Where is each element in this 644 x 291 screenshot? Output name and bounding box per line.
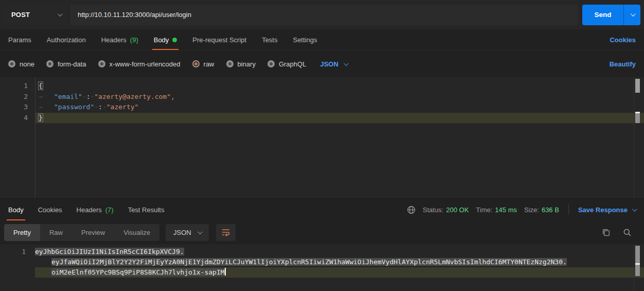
radio-none[interactable]: none [8,60,34,68]
globe-icon[interactable] [407,206,416,214]
response-tab-cookies-label: Cookies [38,206,62,214]
open-brace-token: { [39,82,43,90]
view-visualize-label: Visualize [123,229,150,236]
close-brace-token: } [39,114,43,122]
url-input[interactable] [69,5,578,25]
search-response-button[interactable] [623,228,632,237]
tab-params-label: Params [8,36,31,44]
send-button[interactable]: Send [582,5,623,25]
radio-binary[interactable]: binary [226,60,256,68]
divider [568,204,569,215]
code-line: →"password"·:·"azerty" [35,102,644,113]
size-value: 636 B [542,206,559,214]
url-box: POST [4,5,578,25]
view-preview-label: Preview [81,229,105,236]
code-line-current: } [35,113,644,124]
copy-icon [602,228,611,237]
whitespace-dot: · [82,93,86,100]
editor-line-numbers: 1 2 3 4 [0,81,28,123]
editor-scrollbar-thumb[interactable] [635,79,640,93]
time-label: Time: [476,206,492,214]
save-response-button[interactable]: Save Response [578,206,636,214]
response-tab-test-results[interactable]: Test Results [128,199,165,220]
radio-none-label: none [20,60,34,68]
cookies-link[interactable]: Cookies [610,36,636,44]
radio-raw-label: raw [204,60,214,68]
radio-binary-label: binary [238,60,256,68]
view-preview-button[interactable]: Preview [72,224,114,241]
tab-pre-request-script[interactable]: Pre-request Script [192,29,246,50]
wrap-lines-icon [221,228,230,236]
radio-raw[interactable]: raw [192,60,214,68]
chevron-down-icon [630,11,635,16]
response-body-viewer[interactable]: 1 eyJhbGciOiJIUzI1NiIsInR5cCI6IkpXVCJ9. … [0,244,644,291]
request-tabs: Params Authorization Headers (9) Body Pr… [0,29,644,50]
send-options-button[interactable] [623,5,640,25]
selected-text: eyJhbGciOiJIUzI1NiIsInR5cCI6IkpXVCJ9. [35,248,184,255]
http-method-label: POST [11,11,30,19]
view-visualize-button[interactable]: Visualize [114,224,159,241]
response-tab-cookies[interactable]: Cookies [38,199,62,220]
line-number: 4 [0,113,28,124]
radio-selected-icon [192,60,200,67]
comma-token: , [171,93,175,100]
body-format-dropdown[interactable]: JSON [320,60,347,68]
radio-urlencoded-label: x-www-form-urlencoded [110,60,181,68]
radio-icon [226,60,234,67]
radio-form-data[interactable]: form-data [46,60,86,68]
response-scrollbar-thumb[interactable] [635,246,640,276]
view-pretty-button[interactable]: Pretty [4,224,40,241]
http-method-dropdown[interactable]: POST [4,5,69,25]
radio-icon [46,60,53,67]
response-tab-headers[interactable]: Headers (7) [77,199,114,220]
response-line-numbers: 1 [0,247,26,257]
size-indicator: Size: 636 B [524,206,559,214]
radio-graphql-label: GraphQL [279,60,306,68]
tab-body[interactable]: Body [154,29,177,50]
body-format-label: JSON [320,60,338,68]
beautify-link[interactable]: Beautify [610,60,636,68]
response-format-dropdown[interactable]: JSON [166,224,209,241]
code-line: →"email"·:·"azerty@azerty.com", [35,92,644,102]
tab-authorization[interactable]: Authorization [47,29,86,50]
body-type-row: none form-data x-www-form-urlencoded raw… [0,50,644,77]
view-raw-label: Raw [49,229,63,236]
copy-response-button[interactable] [602,228,611,237]
selected-text: oiM2eElnf05YPc9BSq9PiP8S8KCJh7lvhjo1x-sa… [51,268,225,276]
time-indicator: Time: 145 ms [476,206,517,214]
colon-token: : [98,103,102,111]
tab-headers[interactable]: Headers (9) [101,29,138,50]
response-tab-body[interactable]: Body [8,199,24,220]
tab-params[interactable]: Params [8,29,31,50]
time-value: 145 ms [495,206,517,214]
tab-tests[interactable]: Tests [262,29,277,50]
text-cursor [225,268,226,276]
line-number: 1 [0,81,28,92]
response-line-current: oiM2eElnf05YPc9BSq9PiP8S8KCJh7lvhjo1x-sa… [35,267,644,278]
response-view-switcher: Pretty Raw Preview Visualize [4,224,159,241]
tab-authorization-label: Authorization [47,36,86,44]
response-tab-test-results-label: Test Results [128,206,165,214]
json-key-token: "email" [54,93,82,100]
radio-form-data-label: form-data [58,60,86,68]
view-pretty-label: Pretty [13,229,31,236]
postman-request-window: POST Send Params Authorization Headers (… [0,0,644,291]
editor-code: { →"email"·:·"azerty@azerty.com", →"pass… [35,81,644,123]
save-response-label: Save Response [578,206,628,214]
radio-graphql[interactable]: GraphQL [267,60,306,68]
radio-x-www-form-urlencoded[interactable]: x-www-form-urlencoded [98,60,181,68]
radio-icon [267,60,275,67]
request-body-editor[interactable]: 1 2 3 4 { →"email"·:·"azerty@azerty.com"… [0,77,644,198]
line-number: 1 [0,247,26,257]
response-token-text: eyJhbGciOiJIUzI1NiIsInR5cCI6IkpXVCJ9. ey… [35,247,644,278]
wrap-lines-button[interactable] [216,224,236,241]
tab-pre-request-script-label: Pre-request Script [192,36,246,44]
view-raw-button[interactable]: Raw [40,224,72,241]
editor-scrollbar-track [634,77,634,198]
selected-text: eyJfaWQiOiI2MjBlY2Y2Y2FiMjEyYzA0NjE1Yjdm… [51,258,567,266]
whitespace-dot: · [102,103,106,111]
radio-icon [8,60,15,67]
headers-count-badge: (9) [130,36,138,44]
tab-settings[interactable]: Settings [293,29,317,50]
response-toolbar-right [602,228,640,237]
